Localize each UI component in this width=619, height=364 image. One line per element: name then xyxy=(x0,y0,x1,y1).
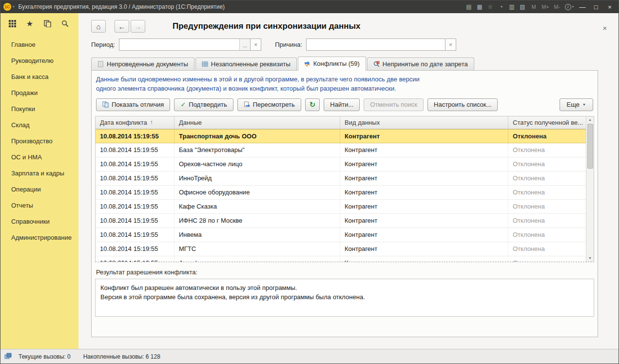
cell-status: Отклонена xyxy=(508,256,586,262)
sidebar-item[interactable]: ОС и НМА xyxy=(0,149,78,165)
scroll-down-icon[interactable]: ▼ xyxy=(586,255,594,262)
sidebar-item[interactable]: Зарплата и кадры xyxy=(0,165,78,181)
cell-data: Офисное оборудование xyxy=(174,186,340,199)
info-text: Данные были одновременно изменены в этой… xyxy=(96,75,593,94)
back-arrow-icon: ← xyxy=(118,22,126,31)
table-row[interactable]: 10.08.2014 15:19:55 ИФНС 28 по г Москве … xyxy=(96,214,586,228)
refresh-button[interactable]: ↻ xyxy=(305,98,320,111)
recent-copy-icon[interactable] xyxy=(42,19,52,28)
period-choose-button[interactable]: ... xyxy=(239,39,250,50)
check-icon: ✓ xyxy=(180,101,186,108)
sidebar-item[interactable]: Отчеты xyxy=(0,197,78,213)
home-button[interactable]: ⌂ xyxy=(91,20,106,33)
reason-label: Причина: xyxy=(275,41,302,48)
memory-m-plus-button[interactable]: M+ xyxy=(540,4,551,10)
table-row[interactable]: 10.08.2014 15:19:55 Инвема Контрагент От… xyxy=(96,228,586,242)
column-header-data[interactable]: Данные xyxy=(174,116,340,129)
review-icon xyxy=(244,101,250,108)
reason-input[interactable] xyxy=(307,39,445,50)
review-button[interactable]: Пересмотреть xyxy=(237,98,301,111)
back-button[interactable]: ← xyxy=(115,20,129,33)
table-row[interactable]: 10.08.2014 15:19:55 Кафе Сказка Контраге… xyxy=(96,200,586,214)
sidebar-item-label: ОС и НМА xyxy=(11,153,42,161)
memory-m-minus-button[interactable]: M- xyxy=(551,4,563,10)
column-header-date[interactable]: Дата конфликта ↑ xyxy=(96,116,174,129)
info-menu-button[interactable]: i ▾ xyxy=(563,4,576,10)
table-row[interactable]: 10.08.2014 15:19:55 ИнноТрейд Контрагент… xyxy=(96,172,586,186)
sidebar-item-label: Продажи xyxy=(11,89,38,96)
column-header-status[interactable]: Статус полученной ве... xyxy=(508,116,586,129)
form-close-button[interactable]: × xyxy=(600,23,610,33)
sidebar-item-label: Руководителю xyxy=(11,57,54,64)
cell-data: База "Электротовары" xyxy=(174,143,340,157)
table-row[interactable]: 10.08.2014 15:19:55 База "Электротовары"… xyxy=(96,143,586,157)
search-icon[interactable] xyxy=(60,19,70,28)
period-input[interactable] xyxy=(119,39,239,50)
scrollbar-thumb[interactable] xyxy=(587,124,593,169)
history-icon[interactable]: ◔ xyxy=(496,3,506,10)
find-button[interactable]: Найти... xyxy=(324,98,360,111)
sidebar-item[interactable]: Справочники xyxy=(0,213,78,230)
sidebar-item[interactable]: Банк и касса xyxy=(0,69,78,85)
sidebar-item[interactable]: Покупки xyxy=(0,101,78,117)
menu-grid-icon[interactable] xyxy=(7,19,17,28)
sidebar-item-label: Зарплата и кадры xyxy=(11,170,64,177)
result-line1: Конфликт был разрешен автоматически в по… xyxy=(100,283,589,293)
sidebar-item[interactable]: Главное xyxy=(0,37,78,53)
save-file-icon[interactable]: ▤ xyxy=(464,3,474,10)
open-file-icon[interactable]: ▦ xyxy=(474,3,485,10)
table-row[interactable]: 10.08.2014 15:19:55 Орехов-частное лицо … xyxy=(96,157,586,172)
result-label: Результат разрешения конфликта: xyxy=(96,268,593,276)
tab-label: Конфликты (59) xyxy=(313,60,360,67)
tab-rejected-by-date[interactable]: Непринятые по дате запрета xyxy=(367,57,474,70)
cell-conflict-date: 10.08.2014 15:19:55 xyxy=(96,172,174,185)
favorites-icon[interactable]: ☆ xyxy=(485,3,496,10)
reason-clear-button[interactable]: × xyxy=(445,38,456,51)
sidebar-item-label: Операции xyxy=(11,186,41,193)
conflict-icon xyxy=(304,60,310,67)
table-row[interactable]: 10.08.2014 15:19:55 МГТС Контрагент Откл… xyxy=(96,242,586,256)
configure-list-button[interactable]: Настроить список... xyxy=(427,98,498,111)
cell-kind: Контрагент xyxy=(340,214,508,228)
button-label: Пересмотреть xyxy=(253,101,295,108)
cell-data: Аэрофлот xyxy=(174,256,340,262)
cell-status: Отклонена xyxy=(508,172,586,185)
sidebar-item[interactable]: Продажи xyxy=(0,85,78,101)
maximize-button[interactable]: □ xyxy=(589,1,603,12)
calendar-icon[interactable]: ▧ xyxy=(517,3,528,10)
tab-label: Непроведенные документы xyxy=(107,60,188,68)
table-row[interactable]: 10.08.2014 15:19:55 Аэрофлот Контрагент … xyxy=(96,256,586,262)
table-row[interactable]: 10.08.2014 15:19:55 Транспортная дочь ОО… xyxy=(96,129,586,143)
cell-kind: Контрагент xyxy=(340,157,508,171)
favorites-star-icon[interactable]: ★ xyxy=(25,19,35,28)
table-row[interactable]: 10.08.2014 15:19:55 Офисное оборудование… xyxy=(96,186,586,200)
tab-unfilled-attributes[interactable]: Незаполненные реквизиты xyxy=(195,57,297,70)
sidebar-item[interactable]: Склад xyxy=(0,117,78,133)
minimize-button[interactable]: — xyxy=(576,1,589,12)
show-differences-button[interactable]: Показать отличия xyxy=(96,98,170,111)
confirm-button[interactable]: ✓ Подтвердить xyxy=(174,98,233,111)
memory-m-button[interactable]: M xyxy=(528,4,540,10)
statusbar: Текущие вызовы: 0 Накопленные вызовы: 6 … xyxy=(0,349,619,364)
cell-data: МГТС xyxy=(174,242,340,256)
app-logo-icon[interactable]: 1С xyxy=(3,3,11,11)
sidebar-item[interactable]: Операции xyxy=(0,181,78,197)
cell-data: Транспортная дочь ООО xyxy=(174,130,340,143)
scroll-up-icon[interactable]: ▲ xyxy=(586,116,594,123)
column-label: Данные xyxy=(179,119,202,126)
tab-conflicts[interactable]: Конфликты (59) xyxy=(298,57,366,70)
close-window-button[interactable]: × xyxy=(603,1,617,12)
column-header-kind[interactable]: Вид данных xyxy=(340,116,508,129)
forward-button[interactable]: → xyxy=(131,20,145,33)
calculator-icon[interactable]: ▥ xyxy=(506,3,517,10)
toolbar: Показать отличия ✓ Подтвердить Пересмотр… xyxy=(96,98,593,111)
sidebar-item[interactable]: Производство xyxy=(0,133,78,149)
system-menu-arrow-icon[interactable]: ▾ xyxy=(13,5,15,9)
period-clear-button[interactable]: × xyxy=(251,38,261,51)
vertical-scrollbar[interactable]: ▲ ▼ xyxy=(586,116,594,262)
more-button[interactable]: Еще ▼ xyxy=(560,98,593,111)
app-window: 1С ▾ Бухгалтерия предприятия, редакция 3… xyxy=(0,0,619,364)
sidebar-item[interactable]: Руководителю xyxy=(0,53,78,69)
tab-unposted-documents[interactable]: Непроведенные документы xyxy=(91,57,194,70)
sidebar-item[interactable]: Администрирование xyxy=(0,230,78,246)
